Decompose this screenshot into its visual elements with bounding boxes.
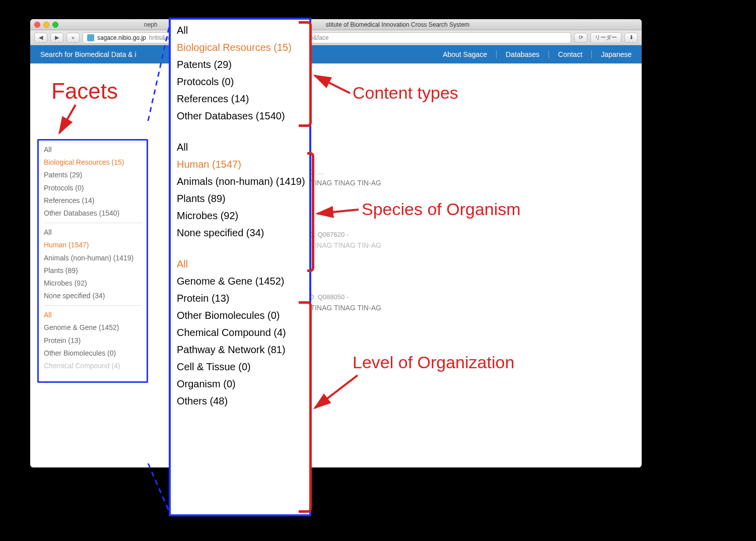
facet-all[interactable]: All xyxy=(177,139,303,156)
download-button[interactable]: ⬇ xyxy=(625,33,638,43)
back-button[interactable]: ◀ xyxy=(34,33,47,43)
url-field[interactable]: sagace.nibio.go.jp hritis&action=facet2&… xyxy=(83,32,571,43)
nav-link-contact[interactable]: Contact xyxy=(548,50,582,58)
facet-item[interactable]: References (14) xyxy=(177,90,303,107)
facet-item[interactable]: Cell & Tissue (0) xyxy=(177,358,303,375)
window-titlebar: neph stitute of Biomedical Innovation Cr… xyxy=(30,19,642,30)
reload-button[interactable]: ⟳ xyxy=(574,33,587,43)
nav-link-japanese[interactable]: Japanese xyxy=(591,50,632,58)
close-icon[interactable] xyxy=(34,22,40,28)
facet-item[interactable]: Genome & Gene (1452) xyxy=(177,273,303,290)
facet-item[interactable]: Biological Resources (15) xyxy=(44,156,142,169)
url-domain: sagace.nibio.go.jp xyxy=(97,34,146,41)
bracket-level xyxy=(299,301,312,513)
facet-item[interactable]: Patents (29) xyxy=(44,169,142,181)
facet-item[interactable]: Other Biomolecules (0) xyxy=(44,347,142,360)
bracket-content-types xyxy=(299,21,312,127)
top-nav-bar: Search for Biomedical Data & i About Sag… xyxy=(30,45,642,63)
facet-item[interactable]: Plants (89) xyxy=(177,190,303,207)
annotation-facets: Facets xyxy=(51,79,118,104)
facet-item[interactable]: Animals (non-human) (1419) xyxy=(44,252,142,264)
facet-all[interactable]: All xyxy=(44,144,142,156)
facet-item[interactable]: Protein (13) xyxy=(44,334,142,347)
browser-window: neph stitute of Biomedical Innovation Cr… xyxy=(30,19,642,467)
forward-button[interactable]: ▶ xyxy=(50,33,63,43)
facet-item[interactable]: Other Biomolecules (0) xyxy=(177,307,303,324)
facet-item[interactable]: None specified (34) xyxy=(177,224,303,241)
facet-item[interactable]: Genome & Gene (1452) xyxy=(44,321,142,334)
traffic-lights xyxy=(34,22,58,28)
facet-item[interactable]: Chemical Compound (4) xyxy=(177,324,303,341)
facets-sidebar: All Biological Resources (15) Patents (2… xyxy=(37,139,148,383)
facet-item[interactable]: Human (1547) xyxy=(177,156,303,173)
zoom-icon[interactable] xyxy=(52,22,58,28)
facet-all[interactable]: All xyxy=(177,22,303,39)
facet-item[interactable]: Pathway & Network (81) xyxy=(177,341,303,358)
top-nav-links: About Sagace Databases Contact Japanese xyxy=(443,50,632,58)
address-bar: ◀ ▶ + sagace.nibio.go.jp hritis&action=f… xyxy=(30,30,642,45)
facet-item[interactable]: Organism (0) xyxy=(177,375,303,392)
facet-item[interactable]: Microbes (92) xyxy=(177,207,303,224)
facet-all[interactable]: All xyxy=(44,309,142,321)
minimize-icon[interactable] xyxy=(43,22,49,28)
nav-link-databases[interactable]: Databases xyxy=(496,50,539,58)
facet-item[interactable]: Biological Resources (15) xyxy=(177,39,303,56)
facet-item[interactable]: Other Databases (1540) xyxy=(177,107,303,124)
annotation-species: Species of Organism xyxy=(362,199,521,219)
facet-item[interactable]: Others (48) xyxy=(177,392,303,410)
add-button[interactable]: + xyxy=(66,33,80,43)
facet-item[interactable]: Chemical Compound (4) xyxy=(44,360,142,372)
facet-item[interactable]: Plants (89) xyxy=(44,264,142,277)
facet-all[interactable]: All xyxy=(44,226,142,239)
reader-button[interactable]: リーダー xyxy=(590,32,622,43)
facet-item[interactable]: Human (1547) xyxy=(44,239,142,251)
facet-item[interactable]: Patents (29) xyxy=(177,56,303,73)
facet-item[interactable]: Animals (non-human) (1419) xyxy=(177,173,303,190)
facet-item[interactable]: Protocols (0) xyxy=(44,182,142,194)
facet-item[interactable]: References (14) xyxy=(44,194,142,207)
facet-item[interactable]: None specified (34) xyxy=(44,290,142,302)
facet-item[interactable]: Other Databases (1540) xyxy=(44,207,142,220)
bracket-species xyxy=(307,152,314,272)
annotation-level: Level of Organization xyxy=(353,353,514,372)
nav-link-about[interactable]: About Sagace xyxy=(443,50,487,58)
browser-tab-title[interactable]: neph xyxy=(144,21,158,28)
facet-item[interactable]: Microbes (92) xyxy=(44,277,142,290)
facet-all[interactable]: All xyxy=(177,255,303,273)
facet-item[interactable]: Protein (13) xyxy=(177,290,303,307)
annotation-content-types: Content types xyxy=(353,83,458,103)
facets-magnified: All Biological Resources (15) Patents (2… xyxy=(169,18,311,516)
facet-item[interactable]: Protocols (0) xyxy=(177,73,303,90)
svg-line-1 xyxy=(148,463,171,515)
page-content: All Biological Resources (15) Patents (2… xyxy=(30,63,642,84)
favicon-icon xyxy=(87,34,94,41)
